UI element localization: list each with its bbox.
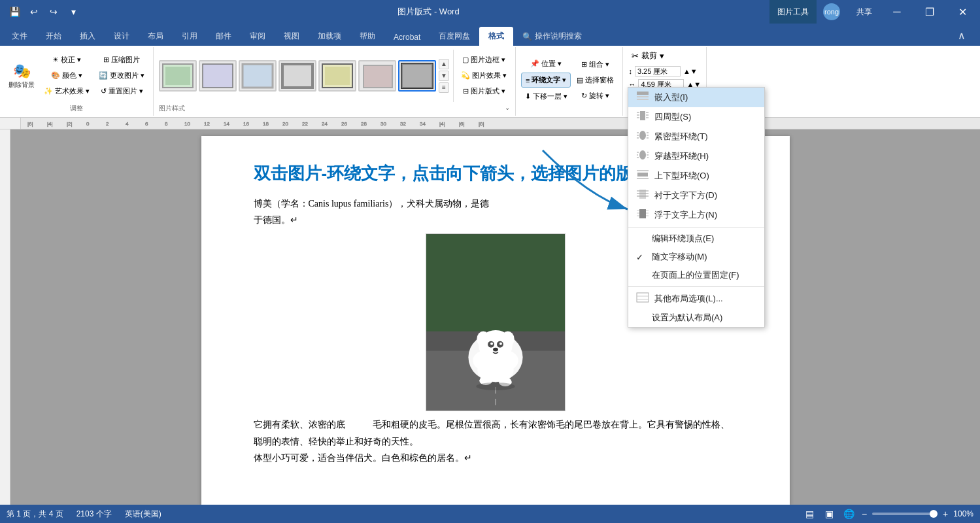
fix-position-item[interactable]: 在页面上的位置固定(F) (628, 266, 764, 284)
save-btn[interactable]: 💾 (5, 3, 24, 21)
height-input[interactable] (635, 66, 681, 76)
doc-paragraph-3: 它拥有柔软、浓密的底 毛和粗硬的皮毛。尾根位置很高，长有浓密饰毛的尾巴卷放在背上… (254, 416, 737, 449)
pic-style-5[interactable] (318, 60, 356, 92)
remove-background-btn[interactable]: 🎭 删除背景 (5, 61, 38, 91)
pic-style-3[interactable] (239, 60, 277, 92)
tab-insert[interactable]: 插入 (71, 27, 105, 46)
gallery-arrows: ▲ ▼ ≡ (439, 59, 449, 93)
read-mode-btn[interactable]: ▤ (803, 507, 817, 521)
svg-rect-70 (647, 132, 649, 133)
select-pane-btn[interactable]: ▤ 选择窗格 (573, 73, 617, 87)
tab-ref[interactable]: 引用 (173, 27, 207, 46)
tab-design[interactable]: 设计 (105, 27, 139, 46)
wrap-text-dropdown: 嵌入型(I) 四周型(S) 紧密型环绕(T) 穿越型环绕(H) 上下型环绕(O)… (628, 87, 765, 328)
pic-styles-expand-btn[interactable]: ⌄ (505, 104, 510, 113)
pic-styles-label: 图片样式 ⌄ (159, 103, 510, 114)
svg-text:|4|: |4| (439, 121, 445, 127)
height-spinner[interactable]: ▲▼ (683, 67, 698, 75)
rotate-btn[interactable]: ↻ 旋转 ▾ (573, 89, 617, 103)
pic-style-1[interactable] (159, 60, 197, 92)
check-icon: ✓ (636, 252, 647, 262)
pic-style-2[interactable] (199, 60, 237, 92)
gallery-more-btn[interactable]: ≡ (439, 82, 449, 93)
tab-addins[interactable]: 加载项 (309, 27, 350, 46)
art-effect-btn[interactable]: ✨ 艺术效果 ▾ (41, 84, 93, 98)
customize-btn[interactable]: ▾ (64, 3, 82, 21)
web-view-btn[interactable]: 🌐 (842, 507, 856, 521)
wrap-through-item[interactable]: 穿越型环绕(H) (628, 146, 764, 166)
corrections-btn[interactable]: ☀ 校正 ▾ (41, 53, 93, 67)
undo-btn[interactable]: ↩ (25, 3, 43, 21)
change-pic-btn[interactable]: 🔄 更改图片 ▾ (95, 69, 148, 82)
gallery-down-btn[interactable]: ▼ (439, 71, 449, 81)
combine-btn[interactable]: ⊞ 组合 ▾ (573, 58, 617, 71)
position-btn[interactable]: 📌 位置 ▾ (521, 57, 571, 71)
plus-zoom-btn[interactable]: + (943, 509, 948, 519)
svg-rect-60 (637, 112, 639, 113)
wrap-behind-item[interactable]: 衬于文字下方(D) (628, 186, 764, 205)
wrap-inline-item[interactable]: 嵌入型(I) (628, 88, 764, 107)
pic-style-7[interactable] (398, 60, 436, 92)
svg-text:4: 4 (126, 121, 129, 127)
move-back-btn[interactable]: ⬇ 下移一层 ▾ (521, 90, 571, 103)
tab-search[interactable]: 🔍操作说明搜索 (513, 27, 591, 46)
wrap-infront-item[interactable]: 浮于文字上方(N) (628, 205, 764, 225)
pic-border-btn[interactable]: ▢ 图片边框 ▾ (458, 53, 510, 67)
tab-help[interactable]: 帮助 (350, 27, 384, 46)
tab-acrobat[interactable]: Acrobat (384, 29, 430, 46)
tab-baidu[interactable]: 百度网盘 (430, 27, 479, 46)
restore-btn[interactable]: ❐ (915, 0, 945, 24)
svg-rect-74 (637, 152, 639, 153)
zoom-thumb[interactable] (930, 510, 938, 518)
svg-point-55 (476, 383, 515, 391)
move-with-text-item[interactable]: ✓ 随文字移动(M) (628, 248, 764, 266)
crop-btn[interactable]: ✂ 裁剪 ▾ (628, 48, 667, 63)
pic-layout-btn[interactable]: ⊟ 图片版式 ▾ (458, 84, 510, 98)
tab-review[interactable]: 审阅 (241, 27, 275, 46)
print-layout-btn[interactable]: ▣ (822, 507, 837, 521)
color-btn[interactable]: 🎨 颜色 ▾ (41, 69, 93, 82)
dog-image[interactable] (426, 233, 566, 411)
redo-btn[interactable]: ↪ (44, 3, 63, 21)
select-pane-icon: ▤ (577, 76, 583, 84)
set-default-layout-item[interactable]: 设置为默认布局(A) (628, 309, 764, 327)
adjust-group-content: 🎭 删除背景 ☀ 校正 ▾ 🎨 颜色 ▾ ✨ 艺术效果 ▾ (5, 48, 148, 103)
tab-view[interactable]: 视图 (275, 27, 309, 46)
minus-zoom-btn[interactable]: − (862, 509, 867, 519)
edit-wrap-points-item[interactable]: 编辑环绕顶点(E) (628, 229, 764, 248)
user-area: rong (817, 3, 847, 20)
share-btn[interactable]: 共享 (849, 0, 879, 24)
wrap-tight-item[interactable]: 紧密型环绕(T) (628, 127, 764, 146)
tab-mail[interactable]: 邮件 (207, 27, 241, 46)
minimize-btn[interactable]: ─ (882, 0, 912, 24)
pic-style-4[interactable] (279, 60, 316, 92)
wrap-text-btn[interactable]: ≡ 环绕文字 ▾ (521, 73, 571, 88)
wrap-topbottom-item[interactable]: 上下型环绕(O) (628, 166, 764, 186)
reset-icon: ↺ (101, 87, 107, 95)
compress-icon: ⊞ (103, 56, 109, 64)
tab-collapse[interactable]: ∧ (949, 25, 975, 46)
tab-file[interactable]: 文件 (3, 27, 37, 46)
word-count: 2103 个字 (76, 509, 112, 520)
compress-btn[interactable]: ⊞ 压缩图片 (95, 53, 148, 67)
svg-rect-63 (646, 112, 649, 113)
ribbon-group-pic-styles: ▲ ▼ ≡ ▢ 图片边框 ▾ 💫 图片效果 ▾ ⊟ 图片 (154, 47, 516, 116)
wrap-dropdown-icon: ▾ (562, 76, 566, 84)
tab-format[interactable]: 格式 (479, 27, 513, 46)
pic-effect-btn[interactable]: 💫 图片效果 ▾ (458, 69, 510, 82)
combine-dropdown-icon: ▾ (605, 60, 609, 69)
tab-layout[interactable]: 布局 (139, 27, 173, 46)
pic-style-row1 (159, 60, 436, 92)
zoom-slider[interactable] (872, 513, 938, 515)
ruler: |6| |4| |2| 0 2 4 6 8 10 12 14 16 18 20 … (0, 118, 980, 129)
pic-style-6[interactable] (358, 60, 396, 92)
more-layout-item[interactable]: 其他布局选项(L)... (628, 289, 764, 309)
svg-point-51 (493, 348, 498, 352)
svg-point-50 (499, 343, 501, 345)
close-btn[interactable]: ✕ (947, 0, 977, 24)
tab-home[interactable]: 开始 (37, 27, 71, 46)
reset-pic-btn[interactable]: ↺ 重置图片 ▾ (95, 84, 148, 98)
gallery-up-btn[interactable]: ▲ (439, 59, 449, 69)
document-area[interactable]: 双击图片-环绕文字，点击向下箭头，选择图片的版式 博美（学名：Canis lup… (10, 129, 980, 505)
wrap-square-item[interactable]: 四周型(S) (628, 107, 764, 127)
